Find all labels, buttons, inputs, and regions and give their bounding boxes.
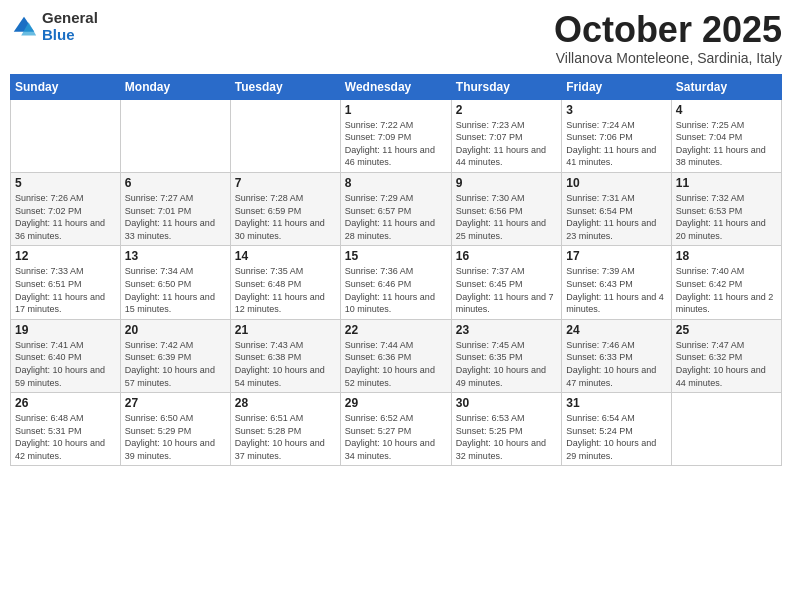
day-info: Sunrise: 7:27 AMSunset: 7:01 PMDaylight:… <box>125 192 226 242</box>
logo-icon <box>10 13 38 41</box>
day-number: 3 <box>566 103 666 117</box>
table-row: 23Sunrise: 7:45 AMSunset: 6:35 PMDayligh… <box>451 319 561 392</box>
table-row: 10Sunrise: 7:31 AMSunset: 6:54 PMDayligh… <box>562 172 671 245</box>
table-row: 31Sunrise: 6:54 AMSunset: 5:24 PMDayligh… <box>562 393 671 466</box>
day-info: Sunrise: 7:40 AMSunset: 6:42 PMDaylight:… <box>676 265 777 315</box>
table-row: 15Sunrise: 7:36 AMSunset: 6:46 PMDayligh… <box>340 246 451 319</box>
calendar-header-row: Sunday Monday Tuesday Wednesday Thursday… <box>11 74 782 99</box>
table-row: 27Sunrise: 6:50 AMSunset: 5:29 PMDayligh… <box>120 393 230 466</box>
day-number: 21 <box>235 323 336 337</box>
col-sunday: Sunday <box>11 74 121 99</box>
table-row: 5Sunrise: 7:26 AMSunset: 7:02 PMDaylight… <box>11 172 121 245</box>
day-number: 22 <box>345 323 447 337</box>
day-number: 1 <box>345 103 447 117</box>
day-info: Sunrise: 7:41 AMSunset: 6:40 PMDaylight:… <box>15 339 116 389</box>
table-row <box>120 99 230 172</box>
day-info: Sunrise: 6:52 AMSunset: 5:27 PMDaylight:… <box>345 412 447 462</box>
day-number: 30 <box>456 396 557 410</box>
table-row: 26Sunrise: 6:48 AMSunset: 5:31 PMDayligh… <box>11 393 121 466</box>
col-monday: Monday <box>120 74 230 99</box>
day-number: 27 <box>125 396 226 410</box>
day-info: Sunrise: 7:31 AMSunset: 6:54 PMDaylight:… <box>566 192 666 242</box>
day-info: Sunrise: 7:25 AMSunset: 7:04 PMDaylight:… <box>676 119 777 169</box>
day-info: Sunrise: 7:29 AMSunset: 6:57 PMDaylight:… <box>345 192 447 242</box>
day-info: Sunrise: 7:23 AMSunset: 7:07 PMDaylight:… <box>456 119 557 169</box>
day-number: 9 <box>456 176 557 190</box>
day-number: 16 <box>456 249 557 263</box>
location-subtitle: Villanova Monteleone, Sardinia, Italy <box>554 50 782 66</box>
col-thursday: Thursday <box>451 74 561 99</box>
day-number: 6 <box>125 176 226 190</box>
day-info: Sunrise: 7:45 AMSunset: 6:35 PMDaylight:… <box>456 339 557 389</box>
day-number: 7 <box>235 176 336 190</box>
col-friday: Friday <box>562 74 671 99</box>
day-number: 17 <box>566 249 666 263</box>
table-row: 17Sunrise: 7:39 AMSunset: 6:43 PMDayligh… <box>562 246 671 319</box>
table-row <box>671 393 781 466</box>
month-title: October 2025 <box>554 10 782 50</box>
day-info: Sunrise: 7:46 AMSunset: 6:33 PMDaylight:… <box>566 339 666 389</box>
day-number: 26 <box>15 396 116 410</box>
table-row: 21Sunrise: 7:43 AMSunset: 6:38 PMDayligh… <box>230 319 340 392</box>
day-number: 13 <box>125 249 226 263</box>
col-tuesday: Tuesday <box>230 74 340 99</box>
day-number: 15 <box>345 249 447 263</box>
page: General Blue October 2025 Villanova Mont… <box>0 0 792 612</box>
table-row: 7Sunrise: 7:28 AMSunset: 6:59 PMDaylight… <box>230 172 340 245</box>
day-info: Sunrise: 7:43 AMSunset: 6:38 PMDaylight:… <box>235 339 336 389</box>
day-info: Sunrise: 7:44 AMSunset: 6:36 PMDaylight:… <box>345 339 447 389</box>
col-saturday: Saturday <box>671 74 781 99</box>
calendar-table: Sunday Monday Tuesday Wednesday Thursday… <box>10 74 782 467</box>
day-number: 14 <box>235 249 336 263</box>
table-row: 25Sunrise: 7:47 AMSunset: 6:32 PMDayligh… <box>671 319 781 392</box>
day-number: 25 <box>676 323 777 337</box>
table-row: 28Sunrise: 6:51 AMSunset: 5:28 PMDayligh… <box>230 393 340 466</box>
day-info: Sunrise: 7:22 AMSunset: 7:09 PMDaylight:… <box>345 119 447 169</box>
day-info: Sunrise: 7:28 AMSunset: 6:59 PMDaylight:… <box>235 192 336 242</box>
day-info: Sunrise: 7:34 AMSunset: 6:50 PMDaylight:… <box>125 265 226 315</box>
day-number: 4 <box>676 103 777 117</box>
logo: General Blue <box>10 10 98 43</box>
day-number: 19 <box>15 323 116 337</box>
table-row <box>11 99 121 172</box>
table-row: 16Sunrise: 7:37 AMSunset: 6:45 PMDayligh… <box>451 246 561 319</box>
day-number: 23 <box>456 323 557 337</box>
table-row: 8Sunrise: 7:29 AMSunset: 6:57 PMDaylight… <box>340 172 451 245</box>
table-row: 19Sunrise: 7:41 AMSunset: 6:40 PMDayligh… <box>11 319 121 392</box>
table-row: 18Sunrise: 7:40 AMSunset: 6:42 PMDayligh… <box>671 246 781 319</box>
table-row: 11Sunrise: 7:32 AMSunset: 6:53 PMDayligh… <box>671 172 781 245</box>
logo-text: General Blue <box>42 10 98 43</box>
table-row: 24Sunrise: 7:46 AMSunset: 6:33 PMDayligh… <box>562 319 671 392</box>
day-info: Sunrise: 6:50 AMSunset: 5:29 PMDaylight:… <box>125 412 226 462</box>
day-info: Sunrise: 7:36 AMSunset: 6:46 PMDaylight:… <box>345 265 447 315</box>
col-wednesday: Wednesday <box>340 74 451 99</box>
calendar-week-row: 19Sunrise: 7:41 AMSunset: 6:40 PMDayligh… <box>11 319 782 392</box>
table-row: 20Sunrise: 7:42 AMSunset: 6:39 PMDayligh… <box>120 319 230 392</box>
day-number: 11 <box>676 176 777 190</box>
table-row: 3Sunrise: 7:24 AMSunset: 7:06 PMDaylight… <box>562 99 671 172</box>
day-info: Sunrise: 7:35 AMSunset: 6:48 PMDaylight:… <box>235 265 336 315</box>
day-info: Sunrise: 7:37 AMSunset: 6:45 PMDaylight:… <box>456 265 557 315</box>
table-row: 12Sunrise: 7:33 AMSunset: 6:51 PMDayligh… <box>11 246 121 319</box>
day-number: 8 <box>345 176 447 190</box>
table-row: 30Sunrise: 6:53 AMSunset: 5:25 PMDayligh… <box>451 393 561 466</box>
day-number: 12 <box>15 249 116 263</box>
day-info: Sunrise: 7:47 AMSunset: 6:32 PMDaylight:… <box>676 339 777 389</box>
day-number: 28 <box>235 396 336 410</box>
day-number: 31 <box>566 396 666 410</box>
day-info: Sunrise: 7:33 AMSunset: 6:51 PMDaylight:… <box>15 265 116 315</box>
day-number: 24 <box>566 323 666 337</box>
table-row: 1Sunrise: 7:22 AMSunset: 7:09 PMDaylight… <box>340 99 451 172</box>
header: General Blue October 2025 Villanova Mont… <box>10 10 782 66</box>
calendar-week-row: 1Sunrise: 7:22 AMSunset: 7:09 PMDaylight… <box>11 99 782 172</box>
day-number: 5 <box>15 176 116 190</box>
table-row <box>230 99 340 172</box>
title-area: October 2025 Villanova Monteleone, Sardi… <box>554 10 782 66</box>
table-row: 13Sunrise: 7:34 AMSunset: 6:50 PMDayligh… <box>120 246 230 319</box>
day-info: Sunrise: 6:54 AMSunset: 5:24 PMDaylight:… <box>566 412 666 462</box>
table-row: 14Sunrise: 7:35 AMSunset: 6:48 PMDayligh… <box>230 246 340 319</box>
day-info: Sunrise: 7:32 AMSunset: 6:53 PMDaylight:… <box>676 192 777 242</box>
calendar-week-row: 5Sunrise: 7:26 AMSunset: 7:02 PMDaylight… <box>11 172 782 245</box>
day-info: Sunrise: 7:24 AMSunset: 7:06 PMDaylight:… <box>566 119 666 169</box>
day-info: Sunrise: 7:26 AMSunset: 7:02 PMDaylight:… <box>15 192 116 242</box>
